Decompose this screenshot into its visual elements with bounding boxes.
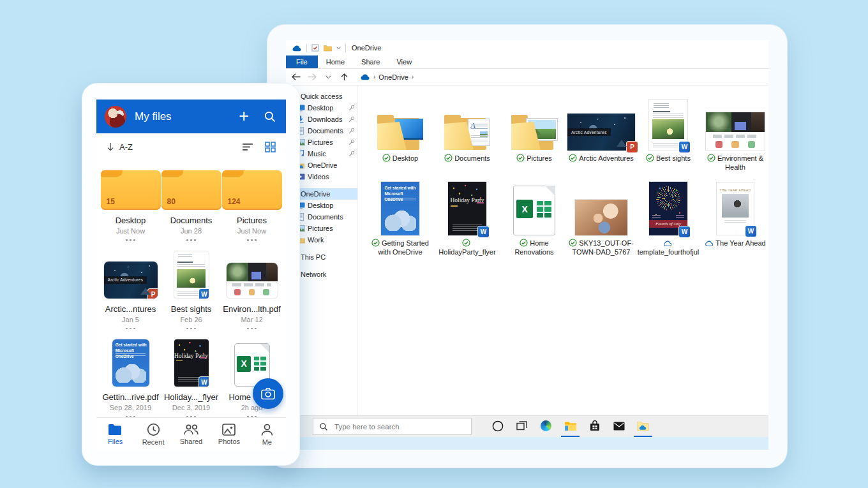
up-icon[interactable] <box>339 72 349 82</box>
file-item-template-fourthofjul[interactable]: Fourth of JulyWtemplate_fourthofjul <box>635 178 701 256</box>
file-item-environment-health[interactable]: Environment & Health <box>702 93 768 172</box>
more-icon[interactable] <box>126 328 135 330</box>
thumbnail-arctic: Arctic AdventuresP <box>104 262 158 299</box>
sync-check-icon <box>520 239 528 247</box>
back-icon[interactable] <box>291 72 301 82</box>
more-icon[interactable] <box>247 239 257 241</box>
avatar[interactable] <box>105 106 126 128</box>
file-item-best-sights[interactable]: WBest sights <box>635 93 701 172</box>
sync-check-icon <box>462 239 470 247</box>
taskbar-edge-icon[interactable] <box>537 416 555 437</box>
nav-item-shared[interactable]: Shared <box>172 418 210 451</box>
sort-arrow-icon[interactable] <box>107 142 114 151</box>
taskbar-search[interactable] <box>313 418 472 435</box>
camera-fab[interactable] <box>253 378 283 409</box>
w-badge-icon: W <box>478 226 489 237</box>
recent-icon <box>147 423 160 436</box>
more-icon[interactable] <box>186 328 196 330</box>
pin-icon <box>348 139 355 145</box>
search-icon <box>319 422 328 431</box>
taskbar-onedrive-icon[interactable] <box>634 416 652 437</box>
recent-locations-icon[interactable] <box>323 72 333 82</box>
file-tile-holiday-flyer[interactable]: Holiday PartyWHoliday..._flyerDec 3, 201… <box>161 337 221 418</box>
breadcrumb[interactable]: › OneDrive › <box>360 73 414 81</box>
thumbnail-holiday: Holiday PartyW <box>174 339 209 387</box>
thumbnail-word: W <box>174 251 209 299</box>
properties-icon[interactable] <box>311 44 319 52</box>
search-icon[interactable] <box>264 110 276 123</box>
explorer-titlebar: OneDrive <box>286 40 768 55</box>
more-icon[interactable] <box>247 328 257 330</box>
thumbnail-sway <box>227 263 278 299</box>
breadcrumb-chevron-icon: › <box>373 73 375 80</box>
folder-count: 80 <box>167 197 176 206</box>
tile-date: Dec 3, 2019 <box>172 404 210 411</box>
folder-tile-pictures[interactable]: 124PicturesJust Now <box>221 169 282 241</box>
excel-logo: X <box>237 356 251 372</box>
nav-item-recent[interactable]: Recent <box>134 418 172 451</box>
grid-view-icon[interactable] <box>265 142 276 152</box>
folder-icon-documents: A <box>443 114 491 151</box>
search-input[interactable] <box>333 422 444 431</box>
pin-icon <box>348 151 355 157</box>
file-item-home-renovations[interactable]: XHome Renovations <box>501 178 567 256</box>
file-label: Getting Started with OneDrive <box>368 239 433 256</box>
qat-dropdown-icon[interactable] <box>336 47 341 50</box>
titlebar-divider <box>306 44 307 52</box>
w-badge-icon: W <box>679 226 690 237</box>
taskbar-cortana-icon[interactable] <box>488 416 507 437</box>
thumbnail-odstart: Get started with Microsoft OneDrive <box>112 339 149 387</box>
file-item-holidayparty-flyer[interactable]: Holiday PartyWHolidayParty_flyer <box>434 178 500 256</box>
pin-icon <box>348 128 355 134</box>
ribbon-tab-file[interactable]: File <box>286 55 318 68</box>
file-tile-best-sights[interactable]: WBest sightsFeb 26 <box>161 249 221 330</box>
nav-item-files[interactable]: Files <box>96 418 134 451</box>
file-item-sky13-out-of-town-dad-5767[interactable]: SKY13_OUT-OF-TOWN-DAD_5767 <box>568 178 634 256</box>
list-view-icon[interactable] <box>242 143 253 151</box>
new-folder-icon[interactable] <box>324 45 332 52</box>
file-grid: DesktopADocumentsPicturesArctic Adventur… <box>358 85 768 415</box>
ribbon-tab-home[interactable]: Home <box>318 55 353 68</box>
file-label: Home Renovations <box>502 239 567 256</box>
folder-icon-pictures <box>510 114 558 151</box>
tile-name: Documents <box>170 216 213 225</box>
add-icon[interactable]: + <box>239 108 249 125</box>
taskbar-mail-icon[interactable] <box>610 416 628 437</box>
taskbar-task-view-icon[interactable] <box>513 416 531 437</box>
file-item-arctic-adventures[interactable]: Arctic AdventuresPArctic Adventures <box>568 93 634 172</box>
folder-tile-desktop[interactable]: 15DesktopJust Now <box>100 169 161 241</box>
file-item-desktop[interactable]: Desktop <box>367 93 433 172</box>
file-tile-arctic-ntures[interactable]: Arctic AdventuresPArctic...nturesJan 5 <box>100 249 161 330</box>
more-icon[interactable] <box>186 239 196 241</box>
taskbar-file-explorer-icon[interactable] <box>561 416 580 437</box>
more-icon[interactable] <box>126 239 135 241</box>
sort-bar: A-Z <box>96 133 286 160</box>
file-tile-environ-lth-pdf[interactable]: Environ...lth.pdfMar 12 <box>221 249 282 330</box>
thumbnail-arctic: Arctic AdventuresP <box>567 114 635 151</box>
sort-label[interactable]: A-Z <box>119 142 237 152</box>
sync-check-icon <box>516 154 525 162</box>
ribbon-tab-share[interactable]: Share <box>353 55 388 68</box>
ribbon-tab-view[interactable]: View <box>388 55 420 68</box>
file-item-getting-started-with-onedrive[interactable]: Get started with Microsoft OneDriveGetti… <box>367 178 433 256</box>
file-item-the-year-ahead[interactable]: THE YEAR AHEADWThe Year Ahead <box>702 178 768 256</box>
file-label: template_fourthofjul <box>636 239 701 256</box>
thumbnail-photo <box>575 200 627 235</box>
taskbar-store-icon[interactable] <box>585 416 604 437</box>
w-badge-icon: W <box>679 142 690 152</box>
breadcrumb-location: OneDrive <box>378 73 408 81</box>
file-tile-gettin-rive-pdf[interactable]: Get started with Microsoft OneDriveGetti… <box>100 337 161 418</box>
file-item-documents[interactable]: ADocuments <box>434 93 500 172</box>
nav-item-photos[interactable]: Photos <box>210 418 248 451</box>
page: OneDrive FileHomeShareView › OneDrive › <box>0 0 868 488</box>
sync-check-icon <box>371 239 380 247</box>
nav-item-me[interactable]: Me <box>248 418 286 451</box>
forward-icon[interactable] <box>307 72 317 82</box>
file-item-pictures[interactable]: Pictures <box>501 93 567 172</box>
tablet-screen: OneDrive FileHomeShareView › OneDrive › <box>286 40 768 450</box>
tile-name: Environ...lth.pdf <box>223 304 280 314</box>
sync-cloud-icon <box>663 240 672 247</box>
folder-tile-documents[interactable]: 80DocumentsJun 28 <box>161 169 221 241</box>
thumbnail-odstart: Get started with Microsoft OneDrive <box>381 182 419 235</box>
phone-screen: My files + A-Z 15DesktopJust Now80Docume… <box>96 100 286 451</box>
